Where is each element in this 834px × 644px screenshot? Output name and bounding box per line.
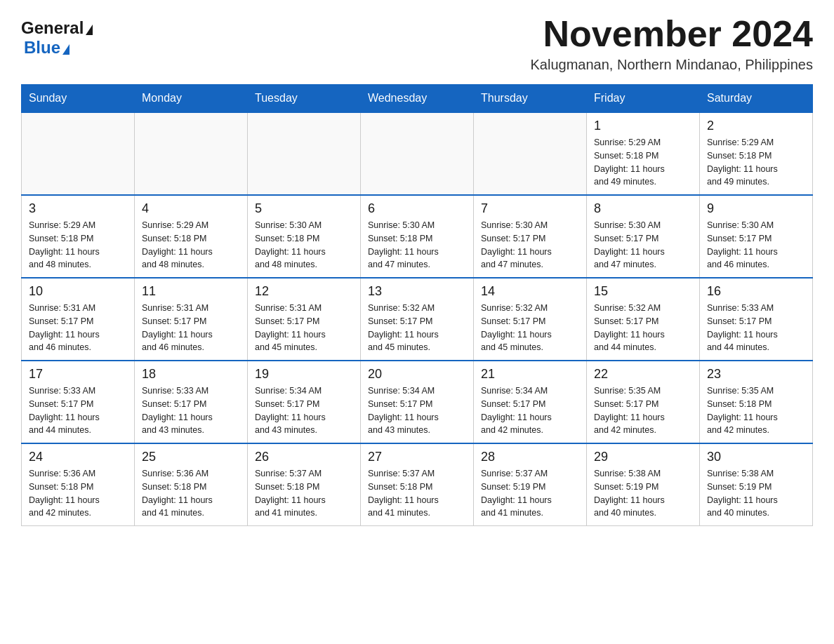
day-number: 27 <box>368 450 466 464</box>
day-of-week-header: Wednesday <box>361 85 474 113</box>
day-number: 29 <box>594 450 692 464</box>
month-year-title: November 2024 <box>531 14 813 54</box>
calendar-day-cell: 15Sunrise: 5:32 AM Sunset: 5:17 PM Dayli… <box>587 278 700 361</box>
calendar-day-cell: 30Sunrise: 5:38 AM Sunset: 5:19 PM Dayli… <box>700 443 813 526</box>
calendar-day-cell: 4Sunrise: 5:29 AM Sunset: 5:18 PM Daylig… <box>135 195 248 278</box>
logo-general-text: General <box>21 18 84 38</box>
calendar-day-cell: 23Sunrise: 5:35 AM Sunset: 5:18 PM Dayli… <box>700 361 813 443</box>
day-number: 1 <box>594 119 692 133</box>
calendar-day-cell: 21Sunrise: 5:34 AM Sunset: 5:17 PM Dayli… <box>474 361 587 443</box>
day-number: 25 <box>142 450 240 464</box>
day-number: 10 <box>29 284 127 299</box>
day-number: 28 <box>481 450 579 464</box>
logo-blue-text: Blue <box>24 38 60 58</box>
calendar-day-cell <box>474 112 587 195</box>
calendar-day-cell: 18Sunrise: 5:33 AM Sunset: 5:17 PM Dayli… <box>135 361 248 443</box>
day-info: Sunrise: 5:33 AM Sunset: 5:17 PM Dayligh… <box>707 302 805 354</box>
day-info: Sunrise: 5:29 AM Sunset: 5:18 PM Dayligh… <box>594 136 692 189</box>
day-info: Sunrise: 5:37 AM Sunset: 5:18 PM Dayligh… <box>368 467 466 520</box>
day-number: 11 <box>142 284 240 299</box>
day-number: 21 <box>481 367 579 382</box>
day-info: Sunrise: 5:29 AM Sunset: 5:18 PM Dayligh… <box>142 219 240 271</box>
day-info: Sunrise: 5:37 AM Sunset: 5:18 PM Dayligh… <box>255 467 353 520</box>
day-number: 12 <box>255 284 353 299</box>
day-info: Sunrise: 5:30 AM Sunset: 5:18 PM Dayligh… <box>255 219 353 271</box>
day-info: Sunrise: 5:33 AM Sunset: 5:17 PM Dayligh… <box>29 384 127 437</box>
day-info: Sunrise: 5:31 AM Sunset: 5:17 PM Dayligh… <box>29 302 127 354</box>
calendar-day-cell: 22Sunrise: 5:35 AM Sunset: 5:17 PM Dayli… <box>587 361 700 443</box>
calendar-day-cell: 2Sunrise: 5:29 AM Sunset: 5:18 PM Daylig… <box>700 112 813 195</box>
day-number: 7 <box>481 201 579 216</box>
day-info: Sunrise: 5:31 AM Sunset: 5:17 PM Dayligh… <box>142 302 240 354</box>
day-info: Sunrise: 5:29 AM Sunset: 5:18 PM Dayligh… <box>29 219 127 271</box>
day-info: Sunrise: 5:38 AM Sunset: 5:19 PM Dayligh… <box>594 467 692 520</box>
calendar-day-cell: 24Sunrise: 5:36 AM Sunset: 5:18 PM Dayli… <box>22 443 135 526</box>
calendar-day-cell <box>135 112 248 195</box>
calendar-day-cell: 11Sunrise: 5:31 AM Sunset: 5:17 PM Dayli… <box>135 278 248 361</box>
day-number: 30 <box>707 450 805 464</box>
day-of-week-header: Sunday <box>22 85 135 113</box>
calendar-week-row: 17Sunrise: 5:33 AM Sunset: 5:17 PM Dayli… <box>22 361 813 443</box>
day-of-week-header: Monday <box>135 85 248 113</box>
calendar-week-row: 10Sunrise: 5:31 AM Sunset: 5:17 PM Dayli… <box>22 278 813 361</box>
calendar-week-row: 24Sunrise: 5:36 AM Sunset: 5:18 PM Dayli… <box>22 443 813 526</box>
calendar-day-cell: 10Sunrise: 5:31 AM Sunset: 5:17 PM Dayli… <box>22 278 135 361</box>
calendar-day-cell: 3Sunrise: 5:29 AM Sunset: 5:18 PM Daylig… <box>22 195 135 278</box>
calendar-day-cell: 20Sunrise: 5:34 AM Sunset: 5:17 PM Dayli… <box>361 361 474 443</box>
calendar-day-cell: 9Sunrise: 5:30 AM Sunset: 5:17 PM Daylig… <box>700 195 813 278</box>
calendar-day-cell: 16Sunrise: 5:33 AM Sunset: 5:17 PM Dayli… <box>700 278 813 361</box>
day-of-week-header: Thursday <box>474 85 587 113</box>
calendar-day-cell <box>248 112 361 195</box>
day-info: Sunrise: 5:37 AM Sunset: 5:19 PM Dayligh… <box>481 467 579 520</box>
location-subtitle: Kalugmanan, Northern Mindanao, Philippin… <box>531 57 813 73</box>
calendar-day-cell: 14Sunrise: 5:32 AM Sunset: 5:17 PM Dayli… <box>474 278 587 361</box>
day-number: 16 <box>707 284 805 299</box>
day-info: Sunrise: 5:32 AM Sunset: 5:17 PM Dayligh… <box>481 302 579 354</box>
day-number: 13 <box>368 284 466 299</box>
day-number: 24 <box>29 450 127 464</box>
day-info: Sunrise: 5:30 AM Sunset: 5:17 PM Dayligh… <box>481 219 579 271</box>
day-info: Sunrise: 5:31 AM Sunset: 5:17 PM Dayligh… <box>255 302 353 354</box>
day-info: Sunrise: 5:34 AM Sunset: 5:17 PM Dayligh… <box>368 384 466 437</box>
calendar-table: SundayMondayTuesdayWednesdayThursdayFrid… <box>21 84 813 526</box>
page-header: General Blue November 2024 Kalugmanan, N… <box>21 14 813 73</box>
day-info: Sunrise: 5:38 AM Sunset: 5:19 PM Dayligh… <box>707 467 805 520</box>
calendar-day-cell: 6Sunrise: 5:30 AM Sunset: 5:18 PM Daylig… <box>361 195 474 278</box>
day-of-week-header: Tuesday <box>248 85 361 113</box>
day-number: 17 <box>29 367 127 382</box>
logo: General Blue <box>21 14 93 58</box>
day-info: Sunrise: 5:29 AM Sunset: 5:18 PM Dayligh… <box>707 136 805 189</box>
calendar-day-cell <box>22 112 135 195</box>
calendar-day-cell: 26Sunrise: 5:37 AM Sunset: 5:18 PM Dayli… <box>248 443 361 526</box>
day-number: 14 <box>481 284 579 299</box>
day-info: Sunrise: 5:35 AM Sunset: 5:17 PM Dayligh… <box>594 384 692 437</box>
calendar-day-cell: 28Sunrise: 5:37 AM Sunset: 5:19 PM Dayli… <box>474 443 587 526</box>
calendar-week-row: 1Sunrise: 5:29 AM Sunset: 5:18 PM Daylig… <box>22 112 813 195</box>
day-number: 9 <box>707 201 805 216</box>
calendar-day-cell: 5Sunrise: 5:30 AM Sunset: 5:18 PM Daylig… <box>248 195 361 278</box>
day-number: 26 <box>255 450 353 464</box>
day-info: Sunrise: 5:34 AM Sunset: 5:17 PM Dayligh… <box>481 384 579 437</box>
calendar-day-cell: 17Sunrise: 5:33 AM Sunset: 5:17 PM Dayli… <box>22 361 135 443</box>
day-info: Sunrise: 5:30 AM Sunset: 5:17 PM Dayligh… <box>707 219 805 271</box>
calendar-day-cell: 8Sunrise: 5:30 AM Sunset: 5:17 PM Daylig… <box>587 195 700 278</box>
calendar-day-cell: 19Sunrise: 5:34 AM Sunset: 5:17 PM Dayli… <box>248 361 361 443</box>
day-info: Sunrise: 5:32 AM Sunset: 5:17 PM Dayligh… <box>368 302 466 354</box>
calendar-day-cell: 1Sunrise: 5:29 AM Sunset: 5:18 PM Daylig… <box>587 112 700 195</box>
day-number: 4 <box>142 201 240 216</box>
calendar-header-row: SundayMondayTuesdayWednesdayThursdayFrid… <box>22 85 813 113</box>
day-info: Sunrise: 5:33 AM Sunset: 5:17 PM Dayligh… <box>142 384 240 437</box>
day-number: 22 <box>594 367 692 382</box>
day-info: Sunrise: 5:36 AM Sunset: 5:18 PM Dayligh… <box>29 467 127 520</box>
calendar-day-cell: 29Sunrise: 5:38 AM Sunset: 5:19 PM Dayli… <box>587 443 700 526</box>
day-of-week-header: Friday <box>587 85 700 113</box>
day-info: Sunrise: 5:30 AM Sunset: 5:18 PM Dayligh… <box>368 219 466 271</box>
day-of-week-header: Saturday <box>700 85 813 113</box>
day-number: 19 <box>255 367 353 382</box>
day-number: 20 <box>368 367 466 382</box>
calendar-day-cell: 7Sunrise: 5:30 AM Sunset: 5:17 PM Daylig… <box>474 195 587 278</box>
day-info: Sunrise: 5:36 AM Sunset: 5:18 PM Dayligh… <box>142 467 240 520</box>
calendar-day-cell: 25Sunrise: 5:36 AM Sunset: 5:18 PM Dayli… <box>135 443 248 526</box>
logo-triangle-blue-icon <box>62 44 70 55</box>
day-number: 6 <box>368 201 466 216</box>
